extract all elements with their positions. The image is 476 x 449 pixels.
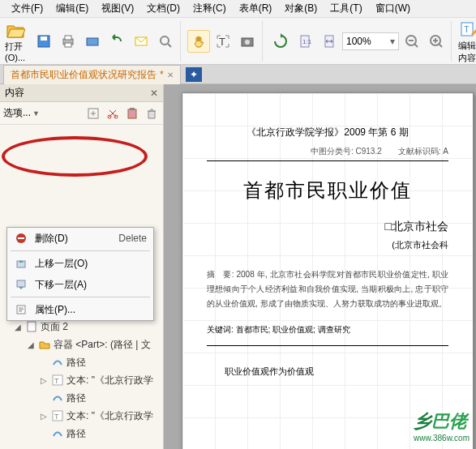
page-icon	[25, 320, 38, 333]
tree-row[interactable]: ▷T文本: "《北京行政学	[0, 371, 163, 389]
svg-rect-3	[65, 36, 71, 40]
search-button[interactable]	[154, 30, 177, 53]
folder-open-icon	[5, 19, 26, 41]
affiliation-sub: (北京市社会科	[207, 239, 448, 251]
affiliation: □北京市社会	[207, 220, 448, 234]
ctx-delete-accel: Delete	[118, 233, 147, 244]
ctx-delete[interactable]: 删除(D) Delete	[7, 228, 153, 249]
svg-text:1:1: 1:1	[302, 38, 312, 45]
tree-row[interactable]: ▷T文本: "《北京行政学	[0, 407, 163, 425]
tab-strip: 首都市民职业价值观状况研究报告 * ✕ ✦	[0, 65, 476, 84]
text-icon: T	[51, 409, 64, 422]
content-sidebar: 内容 ✕ 选项...▼ 删除(D) Delete 上移一层(O)	[0, 84, 164, 449]
properties-icon	[14, 302, 28, 317]
watermark-url: www.386w.com	[414, 434, 470, 443]
text-icon: T	[51, 374, 64, 387]
save-button[interactable]	[32, 30, 55, 53]
menu-object[interactable]: 对象(B)	[278, 0, 324, 17]
menu-comment[interactable]: 注释(C)	[187, 0, 233, 17]
text-select-button[interactable]: T	[212, 30, 234, 53]
paste-button[interactable]	[124, 105, 140, 122]
tab-close-button[interactable]: ✕	[167, 71, 174, 79]
svg-rect-25	[130, 108, 135, 110]
document-viewport[interactable]: 《北京行政学院学报》2009 年第 6 期 中图分类号: C913.2 文献标识…	[164, 84, 476, 449]
ctx-properties[interactable]: 属性(P)...	[7, 299, 153, 320]
menu-bar: 文件(F) 编辑(E) 视图(V) 文档(D) 注释(C) 表单(R) 对象(B…	[0, 0, 476, 18]
open-label: 打开(O)...	[5, 41, 26, 62]
tree-row[interactable]: 路径	[0, 389, 163, 407]
menu-tools[interactable]: 工具(T)	[324, 0, 368, 17]
hand-tool-button[interactable]	[187, 30, 210, 53]
toolbar: 打开(O)... T 1:1 100%▾ T 编辑内容 T 添加文本 编辑	[0, 18, 476, 65]
scan-button[interactable]	[81, 30, 104, 53]
svg-rect-5	[87, 38, 98, 45]
menu-document[interactable]: 文档(D)	[140, 0, 187, 17]
rotate-button[interactable]	[269, 30, 292, 53]
sidebar-title: 内容	[5, 86, 24, 100]
sidebar-header: 内容 ✕	[0, 84, 163, 102]
svg-rect-29	[17, 280, 25, 287]
svg-text:T: T	[54, 413, 59, 421]
new-tab-button[interactable]: ✦	[186, 67, 202, 82]
path-icon	[51, 356, 64, 369]
context-menu: 删除(D) Delete 上移一层(O) 下移一层(A) 属性(P)...	[6, 227, 154, 321]
zoom-value: 100%	[346, 36, 371, 47]
folder-icon	[38, 338, 51, 351]
edit-content-icon: T	[458, 19, 476, 40]
svg-point-10	[245, 40, 250, 45]
ctx-delete-label: 删除(D)	[35, 232, 118, 246]
svg-rect-4	[65, 43, 71, 47]
svg-text:T: T	[219, 36, 225, 48]
sidebar-options-button[interactable]: 选项...▼	[3, 106, 40, 120]
ctx-move-up[interactable]: 上移一层(O)	[7, 253, 153, 274]
journal-header: 《北京行政学院学报》2009 年第 6 期	[207, 126, 448, 139]
menu-file[interactable]: 文件(F)	[5, 0, 49, 17]
svg-point-7	[161, 36, 169, 45]
zoom-in-button[interactable]	[425, 30, 448, 53]
menu-form[interactable]: 表单(R)	[233, 0, 279, 17]
print-button[interactable]	[57, 30, 79, 53]
abstract: 摘 要: 2008 年, 北京市社会科学院对首都市民职业价值定性, 职业理想倾向…	[207, 267, 448, 311]
cut-button[interactable]	[105, 105, 121, 122]
paper-title: 首都市民职业价值	[207, 177, 448, 203]
fit-page-button[interactable]: 1:1	[294, 30, 316, 53]
body-text: 职业价值观作为价值观	[207, 366, 448, 378]
svg-text:T: T	[464, 24, 470, 34]
undo-button[interactable]	[105, 30, 128, 53]
zoom-out-button[interactable]	[401, 30, 423, 53]
edit-content-button[interactable]: T 编辑内容	[458, 19, 476, 64]
ctx-up-label: 上移一层(O)	[35, 257, 147, 271]
menu-window[interactable]: 窗口(W)	[369, 0, 417, 17]
svg-rect-35	[28, 322, 36, 331]
ctx-down-label: 下移一层(A)	[35, 278, 147, 292]
move-up-icon	[14, 256, 28, 271]
email-button[interactable]	[130, 30, 152, 53]
edit-content-label: 编辑内容	[458, 40, 476, 64]
delete-toolbar-button[interactable]	[144, 105, 160, 122]
svg-rect-24	[128, 109, 136, 118]
menu-edit[interactable]: 编辑(E)	[49, 0, 95, 17]
ctx-separator-2	[11, 297, 150, 297]
watermark: 乡乡巴佬巴佬 www.386w.com	[414, 409, 470, 443]
tree-row[interactable]: 路径	[0, 353, 163, 371]
classification-line: 中图分类号: C913.2 文献标识码: A	[207, 146, 448, 161]
delete-icon	[14, 231, 28, 246]
svg-text:T: T	[54, 377, 59, 385]
tree-row[interactable]: 路径	[0, 425, 163, 443]
fit-width-button[interactable]	[318, 30, 341, 53]
document-tab[interactable]: 首都市民职业价值观状况研究报告 * ✕	[3, 65, 181, 84]
page-content: 《北京行政学院学报》2009 年第 6 期 中图分类号: C913.2 文献标识…	[182, 92, 474, 449]
svg-rect-27	[18, 237, 24, 239]
expand-all-button[interactable]	[85, 105, 101, 122]
keywords: 关键词: 首都市民; 职业价值观; 调查研究	[207, 324, 448, 336]
menu-view[interactable]: 视图(V)	[95, 0, 140, 17]
tab-title: 首都市民职业价值观状况研究报告	[11, 68, 157, 82]
snapshol-button[interactable]	[236, 30, 259, 53]
ctx-move-down[interactable]: 下移一层(A)	[7, 274, 153, 295]
path-icon	[51, 427, 64, 440]
main-area: 内容 ✕ 选项...▼ 删除(D) Delete 上移一层(O)	[0, 84, 476, 449]
tree-row[interactable]: ◢容器 <Part>: (路径 | 文	[0, 336, 163, 353]
sidebar-close-button[interactable]: ✕	[150, 88, 158, 99]
zoom-combo[interactable]: 100%▾	[342, 32, 399, 50]
open-button[interactable]: 打开(O)...	[5, 19, 26, 62]
